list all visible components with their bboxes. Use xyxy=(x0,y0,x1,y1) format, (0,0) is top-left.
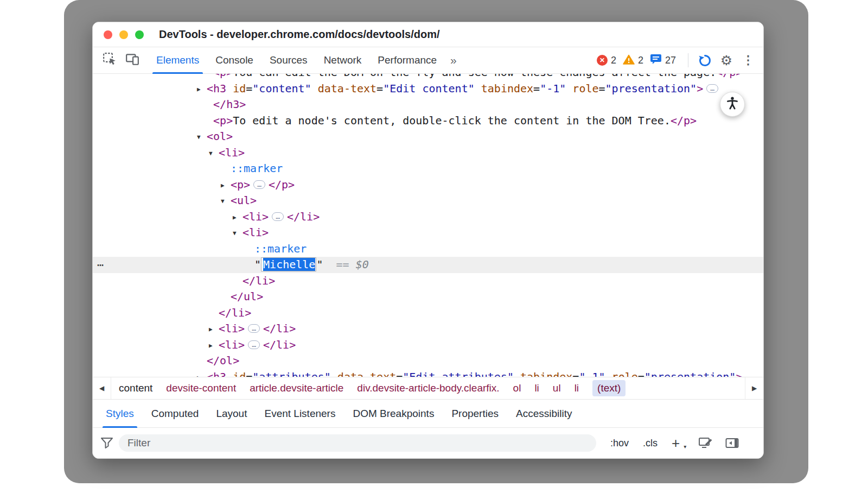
breadcrumb-item[interactable]: article.devsite-article xyxy=(250,382,343,394)
sync-refresh-icon[interactable] xyxy=(694,53,716,68)
dom-row[interactable]: ▶<li>…</li> xyxy=(93,337,763,353)
inspect-element-button[interactable] xyxy=(98,47,121,73)
inline-ellipsis-button[interactable]: … xyxy=(272,212,284,221)
expand-arrow-closed-icon[interactable]: ▶ xyxy=(233,210,242,226)
breadcrumb-item[interactable]: content xyxy=(119,382,152,394)
token-tag: </li> xyxy=(263,322,296,335)
sidebar-tab-accessibility[interactable]: Accessibility xyxy=(507,400,580,427)
dom-row[interactable]: ▶<h3 id="attributes" data-text="Edit att… xyxy=(93,369,763,377)
dom-row[interactable]: <p>To edit a node's content, double-clic… xyxy=(93,113,763,129)
inline-text-edit-box[interactable]: Michelle xyxy=(261,257,316,271)
warning-count[interactable]: 2 xyxy=(638,55,643,66)
breadcrumb-item[interactable]: li xyxy=(575,382,579,394)
token-attr: role xyxy=(566,82,598,95)
issues-count[interactable]: 27 xyxy=(665,55,676,66)
token-text: " xyxy=(316,258,323,271)
dom-row[interactable]: </li> xyxy=(93,273,763,289)
toggle-class-button[interactable]: .cls xyxy=(643,438,658,449)
expand-arrow-open-icon[interactable]: ▼ xyxy=(197,129,207,146)
close-window-button[interactable] xyxy=(104,30,112,39)
dom-row[interactable]: ▼<li> xyxy=(93,225,763,241)
token-text xyxy=(207,114,213,127)
sidebar-tab-styles[interactable]: Styles xyxy=(97,400,143,427)
sidebar-tab-properties[interactable]: Properties xyxy=(443,400,507,427)
token-tag: <ol> xyxy=(207,130,233,143)
breadcrumb-item[interactable]: ol xyxy=(513,382,521,394)
dom-row-selected[interactable]: "Michelle" == $0… xyxy=(93,257,763,273)
token-eq: == xyxy=(323,258,349,271)
expand-arrow-closed-icon[interactable]: ▶ xyxy=(221,178,231,194)
more-options-kebab-icon[interactable]: ⋮ xyxy=(737,53,759,67)
minimize-window-button[interactable] xyxy=(119,30,128,39)
dom-row[interactable]: ▶<li>…</li> xyxy=(93,321,763,337)
breadcrumb-scroll-right-button[interactable]: ▶ xyxy=(745,377,763,399)
error-count[interactable]: 2 xyxy=(611,55,616,66)
dom-row[interactable]: ▼<li> xyxy=(93,145,763,161)
error-icon[interactable]: ✕ xyxy=(597,55,608,66)
token-punct: = xyxy=(396,370,403,377)
device-toolbar-button[interactable] xyxy=(121,47,144,73)
expand-arrow-open-icon[interactable]: ▼ xyxy=(209,146,219,162)
tab-sources[interactable]: Sources xyxy=(261,47,316,73)
dom-row[interactable]: </li> xyxy=(93,305,763,321)
token-tag: </li> xyxy=(219,306,251,319)
toggle-element-state-button[interactable]: :hov xyxy=(610,438,629,449)
new-style-rule-button[interactable]: +▾ xyxy=(672,436,686,450)
dom-row[interactable]: ▼<ul> xyxy=(93,193,763,209)
token-val: "presentation" xyxy=(644,370,736,377)
styles-filter-input[interactable] xyxy=(119,434,596,452)
window-title: DevTools - developer.chrome.com/docs/dev… xyxy=(159,28,440,41)
sidebar-tab-computed[interactable]: Computed xyxy=(143,400,208,427)
dom-row[interactable]: ::marker xyxy=(93,161,763,177)
dom-row[interactable]: <p>You can edit the DOM on the fly and s… xyxy=(93,74,763,81)
inline-ellipsis-button[interactable]: … xyxy=(706,84,718,93)
sidebar-tab-layout[interactable]: Layout xyxy=(207,400,256,427)
token-punct: = xyxy=(376,82,383,95)
dom-row[interactable]: ▶<p>…</p> xyxy=(93,177,763,193)
expand-arrow-open-icon[interactable]: ▼ xyxy=(233,225,242,242)
expand-arrow-closed-icon[interactable]: ▶ xyxy=(209,338,219,354)
dom-row[interactable]: </ol> xyxy=(93,353,763,369)
dom-row[interactable]: ▼<ol> xyxy=(93,129,763,145)
token-tag: <li> xyxy=(242,210,269,223)
sidebar-tab-dom-breakpoints[interactable]: DOM Breakpoints xyxy=(344,400,443,427)
token-punct: = xyxy=(246,82,252,95)
dom-row[interactable]: </ul> xyxy=(93,289,763,305)
warning-icon[interactable] xyxy=(623,54,635,67)
breadcrumb-item[interactable]: ul xyxy=(553,382,561,394)
breadcrumb-item[interactable]: devsite-content xyxy=(166,382,236,394)
dom-row[interactable]: ::marker xyxy=(93,241,763,257)
breadcrumb-scroll-left-button[interactable]: ◀ xyxy=(93,377,111,399)
dom-row[interactable]: </h3> xyxy=(93,97,763,113)
inline-ellipsis-button[interactable]: … xyxy=(253,180,265,189)
more-tabs-button[interactable]: » xyxy=(445,47,462,73)
dom-row[interactable]: ▶<h3 id="content" data-text="Edit conten… xyxy=(93,81,763,97)
expand-arrow-closed-icon[interactable]: ▶ xyxy=(197,81,207,98)
token-tag: </p> xyxy=(716,74,742,79)
breadcrumb-item[interactable]: div.devsite-article-body.clearfix. xyxy=(357,382,499,394)
token-dollar: $0 xyxy=(349,258,369,271)
tab-network[interactable]: Network xyxy=(316,47,370,73)
sidebar-tab-event-listeners[interactable]: Event Listeners xyxy=(256,400,344,427)
accessibility-overlay-button[interactable] xyxy=(720,92,745,117)
zoom-window-button[interactable] xyxy=(135,30,144,39)
rendering-emulations-button[interactable] xyxy=(698,437,713,450)
token-tag: <p> xyxy=(213,74,233,79)
tab-console[interactable]: Console xyxy=(207,47,261,73)
token-attr: data-text xyxy=(331,370,396,377)
settings-gear-icon[interactable]: ⚙ xyxy=(716,53,737,68)
inline-ellipsis-button[interactable]: … xyxy=(248,340,260,349)
token-attr: id xyxy=(226,370,246,377)
expand-arrow-open-icon[interactable]: ▼ xyxy=(221,193,231,210)
dom-row[interactable]: ▶<li>…</li> xyxy=(93,209,763,225)
issues-message-icon[interactable] xyxy=(650,54,662,67)
inline-ellipsis-button[interactable]: … xyxy=(248,324,260,333)
tab-elements[interactable]: Elements xyxy=(148,47,207,73)
expand-arrow-closed-icon[interactable]: ▶ xyxy=(209,321,219,338)
toggle-sidebar-button[interactable] xyxy=(725,437,739,449)
tab-performance[interactable]: Performance xyxy=(369,47,445,73)
expand-arrow-closed-icon[interactable]: ▶ xyxy=(197,370,207,377)
row-overflow-menu-icon[interactable]: … xyxy=(97,255,104,271)
breadcrumb-item[interactable]: (text) xyxy=(592,380,626,396)
breadcrumb-item[interactable]: li xyxy=(534,382,539,394)
